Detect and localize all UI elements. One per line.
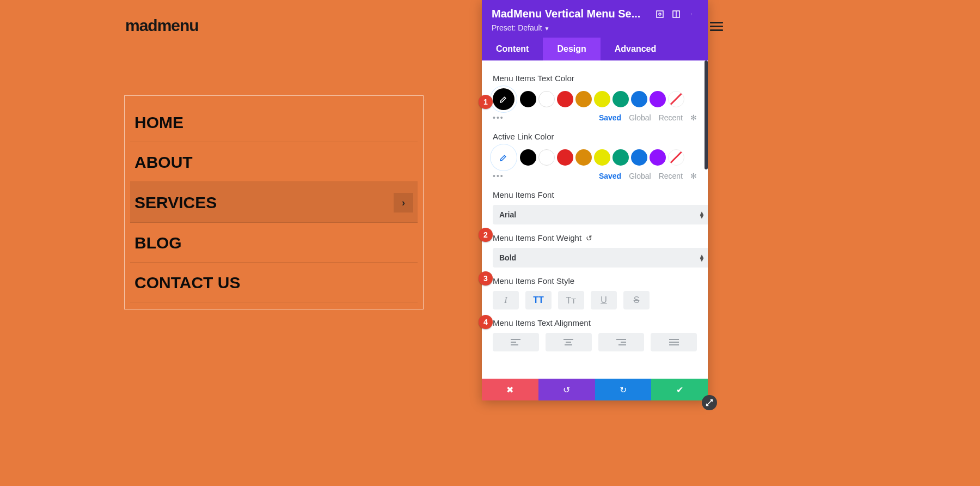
swatch-none[interactable] xyxy=(668,149,684,166)
preset-dropdown[interactable]: Preset: Default ▼ xyxy=(492,23,698,32)
vertical-menu-preview: HOME ABOUT SERVICES › BLOG CONTACT US xyxy=(124,95,424,309)
expand-settings-icon[interactable] xyxy=(654,9,665,20)
style-smallcaps[interactable]: Tᴛ xyxy=(558,291,584,309)
palette-recent[interactable]: Recent xyxy=(659,172,683,180)
swatch-red[interactable] xyxy=(557,91,573,107)
swatch-none[interactable] xyxy=(668,91,684,107)
label-active-link: Active Link Color xyxy=(493,132,697,141)
cancel-button[interactable]: ✖ xyxy=(482,379,538,400)
tab-content[interactable]: Content xyxy=(482,38,543,60)
font-select[interactable]: Arial ▴▾ xyxy=(493,205,708,224)
more-options-icon[interactable] xyxy=(687,9,698,20)
svg-point-1 xyxy=(659,13,661,15)
label-text-color: Menu Items Text Color xyxy=(493,74,697,83)
style-italic[interactable]: I xyxy=(493,291,519,309)
swatch-white[interactable] xyxy=(538,149,555,166)
undo-button[interactable]: ↺ xyxy=(538,379,595,400)
swatch-yellow[interactable] xyxy=(594,91,610,107)
svg-rect-0 xyxy=(657,11,663,17)
label-style: Menu Items Font Style xyxy=(493,276,697,285)
more-swatches-icon[interactable]: ••• xyxy=(493,172,504,180)
menu-item-services[interactable]: SERVICES › xyxy=(130,182,418,223)
color-picker-icon[interactable] xyxy=(493,88,514,110)
swatch-red[interactable] xyxy=(557,149,573,166)
palette-saved[interactable]: Saved xyxy=(599,172,621,180)
swatch-blue[interactable] xyxy=(631,149,647,166)
label-align: Menu Items Text Alignment xyxy=(493,318,697,327)
annotation-badge-1: 1 xyxy=(479,95,493,109)
menu-item-blog[interactable]: BLOG xyxy=(130,223,418,263)
panel-tabs: Content Design Advanced xyxy=(482,38,708,60)
tab-design[interactable]: Design xyxy=(543,38,600,60)
palette-gear-icon[interactable]: ✻ xyxy=(690,172,697,180)
save-button[interactable]: ✔ xyxy=(651,379,708,400)
svg-point-4 xyxy=(691,13,692,14)
swatch-orange[interactable] xyxy=(575,149,592,166)
align-justify[interactable] xyxy=(651,333,697,351)
style-underline[interactable]: U xyxy=(591,291,617,309)
swatch-black[interactable] xyxy=(520,149,536,166)
redo-button[interactable]: ↻ xyxy=(595,379,652,400)
resize-panel-icon[interactable] xyxy=(702,395,717,410)
swatch-yellow[interactable] xyxy=(594,149,610,166)
more-swatches-icon[interactable]: ••• xyxy=(493,113,504,122)
settings-panel: MadMenu Vertical Menu Se... Preset: Defa… xyxy=(482,0,708,400)
active-link-swatches xyxy=(493,147,697,168)
swatch-teal[interactable] xyxy=(612,91,629,107)
style-uppercase[interactable]: TT xyxy=(525,291,552,309)
panel-body: Menu Items Text Color ••• Saved Global R… xyxy=(482,60,708,379)
swatch-purple[interactable] xyxy=(650,91,666,107)
palette-global[interactable]: Global xyxy=(629,113,651,122)
panel-header: MadMenu Vertical Menu Se... Preset: Defa… xyxy=(482,0,708,38)
weight-select[interactable]: Bold ▴▾ xyxy=(493,248,708,268)
label-font: Menu Items Font xyxy=(493,190,697,199)
submenu-arrow-icon[interactable]: › xyxy=(394,193,413,212)
swatch-purple[interactable] xyxy=(650,149,666,166)
align-right[interactable] xyxy=(598,333,645,351)
palette-gear-icon[interactable]: ✻ xyxy=(690,113,697,122)
layout-icon[interactable] xyxy=(671,9,682,20)
align-center[interactable] xyxy=(546,333,592,351)
panel-footer: ✖ ↺ ↻ ✔ xyxy=(482,379,708,400)
swatch-black[interactable] xyxy=(520,91,536,107)
menu-item-home[interactable]: HOME xyxy=(130,102,418,142)
label-weight: Menu Items Font Weight ↺ xyxy=(493,233,697,242)
swatch-white[interactable] xyxy=(538,91,555,107)
swatch-blue[interactable] xyxy=(631,91,647,107)
logo: madmenu xyxy=(125,16,199,35)
menu-item-contact[interactable]: CONTACT US xyxy=(130,263,418,302)
style-strike[interactable]: S xyxy=(623,291,650,309)
svg-point-6 xyxy=(691,15,692,15)
swatch-orange[interactable] xyxy=(575,91,592,107)
text-color-swatches xyxy=(493,88,697,110)
annotation-badge-4: 4 xyxy=(479,315,493,329)
font-style-buttons: I TT Tᴛ U S xyxy=(493,291,697,309)
hamburger-menu-icon[interactable] xyxy=(710,20,723,33)
align-left[interactable] xyxy=(493,333,539,351)
panel-title: MadMenu Vertical Menu Se... xyxy=(492,8,649,20)
palette-global[interactable]: Global xyxy=(629,172,651,180)
menu-item-about[interactable]: ABOUT xyxy=(130,142,418,182)
reset-icon[interactable]: ↺ xyxy=(586,234,592,242)
tab-advanced[interactable]: Advanced xyxy=(601,38,670,60)
alignment-buttons xyxy=(493,333,697,351)
annotation-badge-2: 2 xyxy=(479,228,493,242)
scrollbar[interactable] xyxy=(705,60,708,169)
palette-recent[interactable]: Recent xyxy=(659,113,683,122)
annotation-badge-3: 3 xyxy=(479,271,493,285)
svg-point-5 xyxy=(691,14,692,14)
color-picker-icon[interactable] xyxy=(493,147,514,168)
swatch-teal[interactable] xyxy=(612,149,629,166)
palette-saved[interactable]: Saved xyxy=(599,113,621,122)
